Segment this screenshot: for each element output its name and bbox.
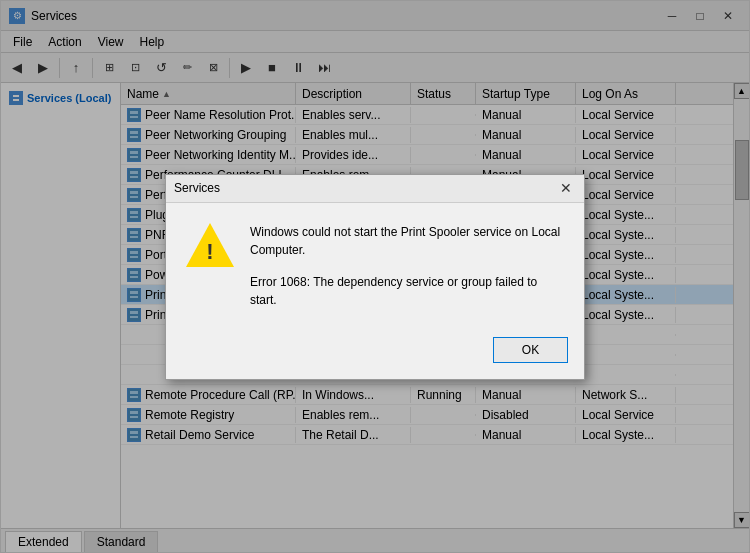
dialog-close-button[interactable]: ✕ [556, 179, 576, 197]
dialog-title-text: Services [174, 181, 556, 195]
error-dialog: Services ✕ ! Windows could not start the… [165, 174, 585, 380]
dialog-footer: OK [166, 329, 584, 379]
modal-overlay: Services ✕ ! Windows could not start the… [1, 1, 749, 552]
dialog-text: Windows could not start the Print Spoole… [250, 223, 564, 309]
ok-button[interactable]: OK [493, 337, 568, 363]
main-window: ⚙ Services ─ □ ✕ File Action View Help ◀… [0, 0, 750, 553]
warning-exclamation: ! [206, 239, 213, 265]
dialog-title-bar: Services ✕ [166, 175, 584, 203]
dialog-content: ! Windows could not start the Print Spoo… [166, 203, 584, 329]
warning-icon: ! [186, 223, 234, 271]
dialog-message1: Windows could not start the Print Spoole… [250, 223, 564, 259]
dialog-message2: Error 1068: The dependency service or gr… [250, 273, 564, 309]
